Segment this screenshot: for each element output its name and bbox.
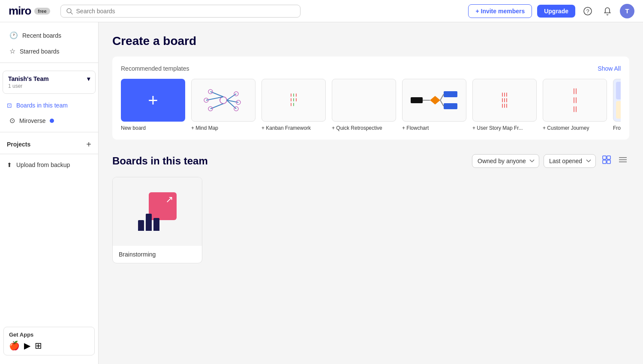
bar-2	[146, 214, 152, 231]
grid-icon	[602, 155, 611, 164]
template-name-customer-journey: + Customer Journey	[543, 125, 607, 131]
templates-grid: + New board	[121, 79, 621, 131]
recommended-templates-label: Recommended templates	[121, 65, 189, 72]
team-section[interactable]: Tanish's Team ▾ 1 user	[3, 71, 96, 94]
invite-members-button[interactable]: + Invite members	[468, 4, 532, 18]
storymap-box	[502, 98, 503, 102]
bar-1	[138, 220, 144, 231]
board-info: Brainstorming	[113, 246, 202, 263]
add-project-button[interactable]: +	[86, 140, 91, 149]
sidebar-item-recent[interactable]: 🕐 Recent boards	[3, 27, 96, 43]
search-input[interactable]	[76, 8, 295, 15]
svg-marker-18	[430, 96, 440, 104]
sidebar-item-starred[interactable]: ☆ Starred boards	[3, 43, 96, 59]
svg-text:?: ?	[586, 8, 589, 15]
storymap-box	[502, 92, 503, 97]
storymap-box	[504, 98, 505, 102]
storymap-row-3	[502, 104, 507, 108]
team-users: 1 user	[8, 83, 90, 89]
journey-row-1	[574, 88, 577, 94]
retro-thumb	[332, 79, 396, 122]
sidebar-item-upload[interactable]: ⬆ Upload from backup	[0, 158, 98, 172]
star-icon: ☆	[9, 47, 15, 55]
help-button[interactable]: ?	[580, 4, 595, 18]
svg-line-1	[71, 12, 72, 14]
header: miro free + Invite members Upgrade ?	[0, 0, 643, 22]
upload-label: Upload from backup	[16, 161, 70, 168]
header-actions: + Invite members Upgrade ? T	[468, 4, 634, 18]
svg-rect-26	[603, 160, 606, 164]
template-kanban[interactable]: + Kanban Framework	[261, 79, 326, 131]
upgrade-button[interactable]: Upgrade	[537, 5, 575, 18]
miroverse-icon: ⊙	[9, 116, 15, 125]
main-content: Create a board Recommended templates Sho…	[99, 22, 643, 364]
board-name: Brainstorming	[119, 251, 196, 258]
owned-by-filter[interactable]: Owned by anyone	[472, 154, 539, 168]
templates-header: Recommended templates Show All	[121, 65, 621, 72]
svg-point-4	[220, 97, 227, 104]
template-new-board[interactable]: + New board	[121, 79, 185, 131]
grid-view-button[interactable]	[600, 153, 613, 168]
kanban-cols	[291, 93, 297, 107]
board-card-brainstorming[interactable]: ↗ Brainstorming	[112, 177, 202, 263]
journey-row-2	[574, 97, 577, 103]
miroverse-label: Miroverse	[19, 117, 45, 124]
windows-icon[interactable]: ⊞	[35, 340, 42, 351]
sidebar-item-boards-team[interactable]: ⊡ Boards in this team	[0, 98, 98, 113]
template-mind-map[interactable]: + Mind Map	[191, 79, 255, 131]
template-name-mind-map: + Mind Map	[191, 125, 255, 131]
flowchart-thumb	[402, 79, 466, 122]
projects-section: Projects +	[0, 136, 98, 150]
show-all-link[interactable]: Show All	[598, 65, 621, 72]
clock-icon: 🕐	[9, 31, 18, 39]
play-store-icon[interactable]: ▶	[24, 340, 30, 351]
template-miroverse[interactable]: M 👤 📊 T From Miroverse →	[613, 79, 621, 131]
last-opened-filter[interactable]: Last opened	[544, 154, 596, 168]
main-layout: 🕐 Recent boards ☆ Starred boards Tanish'…	[0, 22, 643, 364]
svg-rect-25	[607, 156, 610, 159]
help-icon: ?	[583, 7, 592, 15]
svg-line-8	[227, 94, 236, 100]
sidebar-divider-2	[0, 132, 98, 132]
sidebar: 🕐 Recent boards ☆ Starred boards Tanish'…	[0, 22, 99, 364]
mv-cell-3: 📊	[616, 101, 621, 119]
template-name-flowchart: + Flowchart	[402, 125, 466, 131]
list-view-button[interactable]	[616, 153, 629, 168]
template-flowchart[interactable]: + Flowchart	[402, 79, 466, 131]
notifications-button[interactable]	[600, 4, 615, 18]
chevron-down-icon: ▾	[87, 75, 90, 82]
storymap-box	[506, 104, 507, 108]
projects-label: Projects	[7, 141, 30, 148]
sidebar-item-miroverse[interactable]: ⊙ Miroverse	[3, 113, 96, 128]
template-name-retro: + Quick Retrospective	[332, 125, 396, 131]
template-retro[interactable]: + Quick Retrospective	[332, 79, 396, 131]
svg-rect-24	[603, 156, 606, 159]
app-icons: 🍎 ▶ ⊞	[9, 340, 89, 351]
storymap-rows	[502, 92, 507, 108]
template-customer-journey[interactable]: + Customer Journey	[543, 79, 607, 131]
list-icon	[618, 155, 628, 164]
sidebar-divider-1	[0, 63, 98, 63]
mv-cell-1: M	[616, 82, 621, 99]
boards-icon: ⊡	[7, 102, 12, 109]
plus-icon: +	[148, 91, 158, 110]
boards-in-team-label: Boards in this team	[16, 102, 68, 109]
sidebar-divider-3	[0, 154, 98, 154]
miroverse-dot	[50, 119, 54, 123]
sidebar-item-recent-label: Recent boards	[22, 32, 61, 39]
brainstorm-preview: ↗	[138, 192, 177, 231]
avatar[interactable]: T	[620, 4, 634, 18]
storymap-row-1	[502, 92, 507, 97]
apple-icon[interactable]: 🍎	[9, 340, 20, 351]
bar-3	[153, 218, 159, 231]
template-story-map[interactable]: + User Story Map Fr...	[472, 79, 537, 131]
boards-section-title: Boards in this team	[112, 155, 208, 167]
team-name: Tanish's Team ▾	[8, 75, 90, 82]
storymap-box	[502, 104, 503, 108]
retro-grid	[359, 83, 369, 117]
bell-icon	[603, 7, 612, 15]
free-badge: free	[34, 8, 50, 15]
get-apps-box: Get Apps 🍎 ▶ ⊞	[3, 327, 95, 355]
svg-line-23	[440, 100, 444, 106]
new-board-thumb: +	[121, 79, 185, 122]
